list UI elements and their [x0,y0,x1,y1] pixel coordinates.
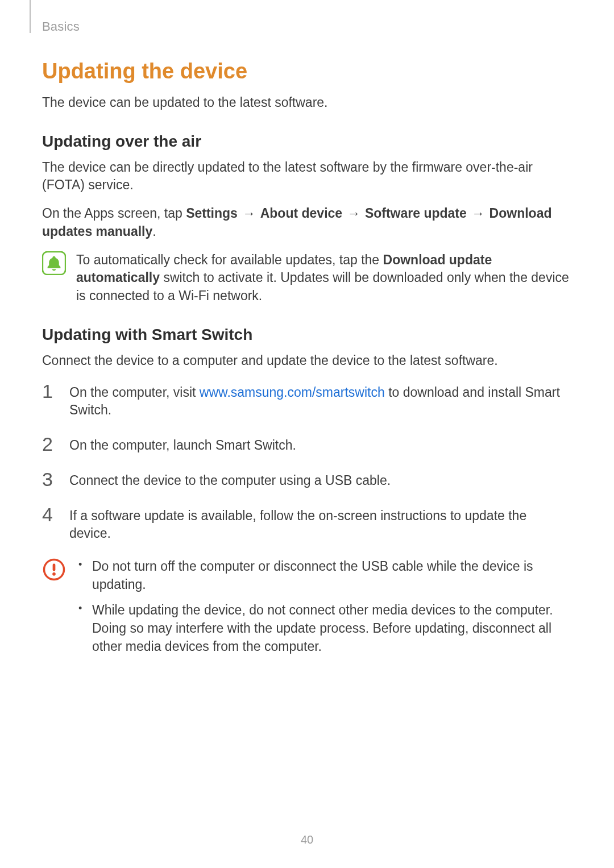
path-settings: Settings [186,206,238,221]
arrow-icon: → [470,206,486,221]
content-area: Updating the device The device can be up… [42,59,571,664]
page-number: 40 [0,833,614,846]
ota-heading: Updating over the air [42,132,571,151]
smartswitch-link[interactable]: www.samsung.com/smartswitch [200,385,385,400]
svg-point-3 [52,572,56,576]
ota-paragraph-1: The device can be directly updated to th… [42,159,571,194]
breadcrumb: Basics [42,19,80,34]
caution-body: Do not turn off the computer or disconne… [76,558,571,664]
caution-bullet-list: Do not turn off the computer or disconne… [76,558,571,656]
arrow-icon: → [241,206,256,221]
note-callout: To automatically check for available upd… [42,251,571,305]
steps-list: 1 On the computer, visit www.samsung.com… [42,381,571,543]
ota-paragraph-2: On the Apps screen, tap Settings → About… [42,205,571,240]
path-about-device: About device [260,206,342,221]
caution-callout: Do not turn off the computer or disconne… [42,558,571,664]
step-2: 2 On the computer, launch Smart Switch. [42,434,571,455]
step-number: 3 [42,470,59,489]
step-1: 1 On the computer, visit www.samsung.com… [42,381,571,420]
path-software-update: Software update [365,206,467,221]
caution-item-2: While updating the device, do not connec… [76,601,571,655]
ota-p2-pre: On the Apps screen, tap [42,206,186,221]
step-number: 1 [42,381,59,401]
step-number: 4 [42,505,59,524]
manual-page: Basics Updating the device The device ca… [0,0,614,868]
page-title: Updating the device [42,59,571,84]
caution-exclamation-icon [42,558,66,582]
step-3: 3 Connect the device to the computer usi… [42,470,571,490]
step-number: 2 [42,434,59,454]
caution-item-1: Do not turn off the computer or disconne… [76,558,571,593]
arrow-icon: → [346,206,362,221]
note-text: To automatically check for available upd… [76,251,571,305]
step1-pre: On the computer, visit [69,385,200,400]
ota-p2-period: . [152,224,156,239]
svg-rect-2 [53,564,56,571]
step-body: If a software update is available, follo… [69,505,571,543]
note-bell-icon [42,251,66,275]
step-body: On the computer, visit www.samsung.com/s… [69,381,571,420]
step-body: Connect the device to the computer using… [69,470,571,490]
header-rule [30,0,31,33]
step-body: On the computer, launch Smart Switch. [69,434,571,455]
smartswitch-heading: Updating with Smart Switch [42,326,571,344]
step-4: 4 If a software update is available, fol… [42,505,571,543]
smartswitch-intro: Connect the device to a computer and upd… [42,352,571,370]
note-pre: To automatically check for available upd… [76,252,383,267]
intro-paragraph: The device can be updated to the latest … [42,94,571,112]
